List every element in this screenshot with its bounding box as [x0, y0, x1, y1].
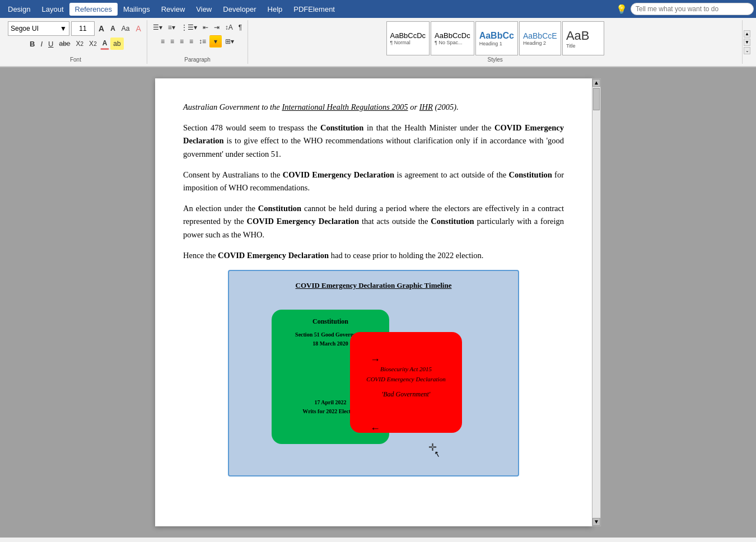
style-title-label: Title [566, 43, 576, 49]
style-heading2-label: Heading 2 [523, 40, 546, 46]
style-no-spacing-preview: AaBbCcDc [435, 31, 470, 40]
font-size-value: 11 [79, 25, 86, 32]
font-shrink-btn[interactable]: A [108, 22, 118, 35]
red-box-line3: 'Bad Government' [382, 389, 431, 400]
font-name-value: Segoe UI [11, 25, 39, 32]
menu-mailings[interactable]: Mailings [118, 3, 156, 16]
menu-view[interactable]: View [190, 3, 217, 16]
bold-btn[interactable]: B [27, 38, 37, 50]
scroll-thumb[interactable] [593, 88, 600, 110]
italic-btn[interactable]: I [38, 38, 45, 50]
font-group: Segoe UI ▼ 11 A A Aa A B I U abe X2 X2 A… [4, 20, 147, 64]
styles-label: Styles [488, 55, 503, 63]
clear-format-btn[interactable]: A [133, 22, 143, 35]
style-normal-preview: AaBbCcDc [390, 31, 426, 40]
style-heading1-preview: AaBbCc [479, 31, 514, 41]
paragraph-4: Hence the COVID Emergency Declaration ha… [183, 249, 564, 262]
red-box-line1: Biosecurity Act 2015 [380, 365, 432, 375]
bold-covid-4: COVID Emergency Declaration [218, 251, 329, 260]
style-title[interactable]: AaB Title [562, 21, 604, 55]
paragraph-group: ☰▾ ≡▾ ⋮☰▾ ⇤ ⇥ ↕A ¶ ≡ ≡ ≡ ≡ ↕≡ ▾ ⊞▾ Parag… [147, 20, 248, 64]
menu-design[interactable]: Design [2, 3, 36, 16]
align-left-btn[interactable]: ≡ [158, 35, 167, 48]
shading-btn[interactable]: ▾ [209, 35, 222, 48]
timeline-graphic-container: COVID Emergency Declaration Graphic Time… [228, 270, 519, 476]
multilevel-list-btn[interactable]: ⋮☰▾ [179, 21, 199, 34]
style-heading2[interactable]: AaBbCcE Heading 2 [519, 21, 561, 55]
subscript-btn[interactable]: X2 [74, 38, 86, 50]
scroll-up-btn[interactable]: ▲ [592, 79, 600, 87]
bullet-list-btn[interactable]: ☰▾ [151, 21, 165, 34]
numbered-list-btn[interactable]: ≡▾ [166, 21, 178, 34]
vertical-scrollbar[interactable]: ▲ ▼ [592, 78, 601, 526]
menu-layout[interactable]: Layout [36, 3, 69, 16]
increase-indent-btn[interactable]: ⇥ [212, 21, 222, 34]
timeline-graphic: Constitution Section 51 Good Government … [238, 298, 509, 466]
truncated-paragraph: Australian Government to the Internation… [183, 101, 564, 114]
sort-btn[interactable]: ↕A [223, 21, 235, 34]
change-case-btn[interactable]: Aa [119, 22, 132, 35]
align-right-btn[interactable]: ≡ [178, 35, 186, 48]
strikethrough-btn[interactable]: abe [57, 38, 73, 50]
style-heading1-label: Heading 1 [479, 41, 502, 46]
style-heading2-preview: AaBbCcE [523, 31, 557, 40]
menu-references[interactable]: References [69, 3, 118, 16]
paragraph-1: Section 478 would seem to trespass the C… [183, 122, 564, 161]
green-box-line3: 18 March 2020 [312, 339, 348, 348]
red-box-line2: COVID Emergency Declaration [366, 375, 445, 385]
font-color-btn[interactable]: A [100, 38, 110, 50]
ribbon: Segoe UI ▼ 11 A A Aa A B I U abe X2 X2 A… [0, 18, 756, 67]
bold-covid-2: COVID Emergency Declaration [283, 170, 394, 179]
tell-me-input[interactable] [631, 3, 754, 15]
decrease-indent-btn[interactable]: ⇤ [200, 21, 211, 34]
styles-scroll-up[interactable]: ▲ [744, 30, 750, 38]
style-heading1[interactable]: AaBbCc Heading 1 [475, 21, 518, 55]
arrow-left: ← [370, 420, 380, 437]
bold-constitution-3: Constitution [258, 204, 301, 213]
bold-covid-1: COVID Emergency Declaration [183, 123, 564, 145]
styles-list: AaBbCcDc ¶ Normal AaBbCcDc ¶ No Spac... … [386, 21, 604, 55]
styles-group: AaBbCcDc ¶ Normal AaBbCcDc ¶ No Spac... … [248, 20, 743, 64]
style-no-spacing[interactable]: AaBbCcDc ¶ No Spac... [431, 21, 474, 55]
style-normal-label: ¶ Normal [390, 40, 410, 45]
menu-developer[interactable]: Developer [217, 3, 262, 16]
bold-constitution-4: Constitution [431, 217, 474, 226]
bold-constitution-2: Constitution [508, 170, 552, 179]
paragraph-label: Paragraph [184, 55, 211, 63]
styles-scroll-down[interactable]: ▼ [744, 39, 750, 46]
font-label: Font [70, 55, 81, 63]
paragraph-3: An election under the Constitution canno… [183, 202, 564, 241]
green-box-line1: Constitution [312, 316, 348, 327]
justify-btn[interactable]: ≡ [187, 35, 195, 48]
menu-help[interactable]: Help [262, 3, 288, 16]
bold-covid-3: COVID Emergency Declaration [247, 217, 360, 226]
arrow-right: → [370, 352, 380, 368]
red-covid-box: Biosecurity Act 2015 COVID Emergency Dec… [350, 332, 462, 433]
styles-scroll-expand[interactable]: ⌄ [744, 47, 750, 54]
timeline-title: COVID Emergency Declaration Graphic Time… [238, 280, 509, 292]
font-grow-btn[interactable]: A [96, 22, 106, 35]
scroll-down-btn[interactable]: ▼ [592, 518, 600, 526]
document-area: Australian Government to the Internation… [0, 67, 756, 538]
superscript-btn[interactable]: X2 [87, 38, 99, 50]
menu-bar: Design Layout References Mailings Review… [0, 0, 756, 18]
line-spacing-btn[interactable]: ↕≡ [197, 35, 208, 48]
styles-scroll: ▲ ▼ ⌄ [743, 20, 752, 64]
document-page: Australian Government to the Internation… [155, 78, 592, 526]
lightbulb-icon: 💡 [616, 4, 627, 15]
style-no-spacing-label: ¶ No Spac... [435, 40, 462, 45]
menu-review[interactable]: Review [156, 3, 191, 16]
borders-btn[interactable]: ⊞▾ [223, 35, 236, 48]
dropdown-icon: ▼ [60, 25, 67, 32]
style-title-preview: AaB [566, 29, 590, 43]
menu-pdfelement[interactable]: PDFElement [288, 3, 340, 16]
font-name-selector[interactable]: Segoe UI ▼ [8, 21, 69, 36]
style-normal[interactable]: AaBbCcDc ¶ Normal [386, 21, 430, 55]
show-para-btn[interactable]: ¶ [236, 21, 244, 34]
paragraph-2: Consent by Australians to the COVID Emer… [183, 169, 564, 194]
font-size-selector[interactable]: 11 [71, 21, 95, 36]
bold-constitution-1: Constitution [320, 123, 363, 132]
highlight-btn[interactable]: ab [110, 38, 123, 50]
underline-btn[interactable]: U [46, 38, 55, 50]
align-center-btn[interactable]: ≡ [168, 35, 176, 48]
